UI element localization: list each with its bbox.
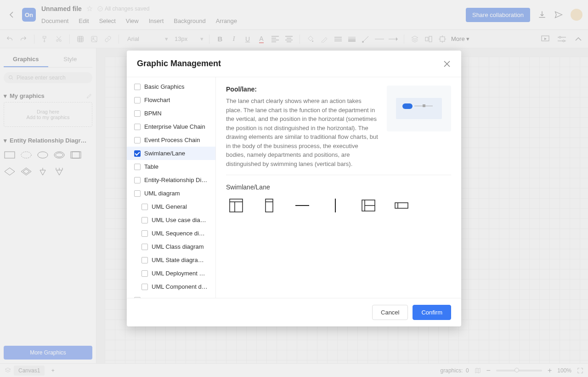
category-item[interactable]: UML Class diagram	[127, 240, 215, 253]
category-item[interactable]: Table	[127, 160, 215, 173]
category-item[interactable]: Basic Graphics	[127, 80, 215, 93]
category-label: Entity-Relationship Di…	[144, 177, 207, 183]
checkbox[interactable]	[134, 150, 141, 157]
checkbox[interactable]	[134, 177, 141, 183]
checkbox[interactable]	[134, 164, 141, 170]
category-label: UML Sequence diagra…	[152, 230, 208, 237]
category-label: UML State diagram/A…	[152, 257, 208, 263]
confirm-button[interactable]: Confirm	[413, 305, 451, 320]
checkbox[interactable]	[134, 97, 141, 103]
swimlane-separator-v[interactable]	[325, 195, 345, 216]
category-label: UML Deployment dia…	[152, 270, 208, 277]
category-label: Swimlane/Lane	[144, 150, 185, 157]
preview-thumbnail	[387, 86, 451, 131]
shape-grid	[226, 195, 451, 216]
checkbox[interactable]	[134, 190, 141, 197]
category-label: UML Component diag…	[152, 283, 208, 290]
category-label: UML Use case diagram	[152, 217, 208, 223]
checkbox[interactable]	[134, 124, 141, 130]
category-item[interactable]: UML Component diag…	[127, 280, 215, 293]
checkbox[interactable]	[141, 270, 148, 277]
shape-section-title: Swimlane/Lane	[226, 183, 451, 191]
category-item[interactable]: Swimlane/Lane	[127, 147, 215, 160]
category-label: UML Class diagram	[152, 243, 204, 250]
category-item[interactable]: Entity-Relationship Di…	[127, 173, 215, 187]
category-item[interactable]: UML diagram	[127, 187, 215, 200]
category-item[interactable]: Enterprise Value Chain	[127, 120, 215, 133]
checkbox[interactable]	[141, 284, 148, 290]
svg-rect-33	[395, 203, 408, 208]
category-label: Flowchart	[144, 97, 170, 103]
category-item[interactable]: Event Process Chain	[127, 133, 215, 147]
category-item[interactable]: UML State diagram/A…	[127, 253, 215, 267]
checkbox[interactable]	[141, 257, 148, 263]
swimlane-horizontal[interactable]	[358, 195, 379, 216]
svg-rect-26	[266, 199, 273, 212]
category-label: Basic Graphics	[144, 83, 184, 90]
swimlane-single-v[interactable]	[259, 195, 279, 216]
checkbox[interactable]	[141, 217, 148, 223]
category-list[interactable]: Basic GraphicsFlowchartBPMNEnterprise Va…	[127, 77, 216, 298]
svg-rect-23	[230, 199, 243, 212]
category-item[interactable]: Flowchart	[127, 93, 215, 107]
category-label: Table	[144, 163, 158, 170]
category-label: Event Process Chain	[144, 137, 200, 143]
category-item[interactable]: UML Use case diagram	[127, 213, 215, 227]
category-label: Enterprise Value Chain	[144, 123, 205, 130]
checkbox[interactable]	[134, 84, 141, 90]
category-label: BPMN	[144, 110, 162, 117]
graphic-management-modal: Graphic Management Basic GraphicsFlowcha…	[127, 51, 461, 326]
cancel-button[interactable]: Cancel	[372, 305, 408, 320]
modal-overlay: Graphic Management Basic GraphicsFlowcha…	[0, 0, 588, 377]
category-label: UML General	[152, 203, 187, 210]
checkbox[interactable]	[134, 137, 141, 143]
checkbox[interactable]	[141, 230, 148, 237]
checkbox[interactable]	[134, 110, 141, 117]
swimlane-vertical[interactable]	[226, 195, 246, 216]
category-item[interactable]: BPMN	[127, 107, 215, 120]
category-item[interactable]: UML General	[127, 200, 215, 213]
detail-title: Pool/lane:	[226, 86, 379, 93]
detail-panel: Pool/lane: The lane chart clearly shows …	[216, 77, 461, 298]
category-item[interactable]: UML Deployment dia…	[127, 267, 215, 280]
swimlane-single-h[interactable]	[391, 195, 412, 216]
modal-title: Graphic Management	[137, 59, 221, 69]
detail-description: The lane chart clearly shows where an ac…	[226, 97, 379, 168]
checkbox[interactable]	[141, 204, 148, 210]
category-item[interactable]: Graph	[127, 293, 215, 298]
category-label: UML diagram	[144, 190, 180, 197]
checkbox[interactable]	[134, 297, 141, 298]
checkbox[interactable]	[141, 244, 148, 250]
category-item[interactable]: UML Sequence diagra…	[127, 227, 215, 240]
category-label: Graph	[144, 297, 161, 298]
swimlane-separator-h[interactable]	[292, 195, 312, 216]
close-icon[interactable]	[443, 60, 451, 68]
